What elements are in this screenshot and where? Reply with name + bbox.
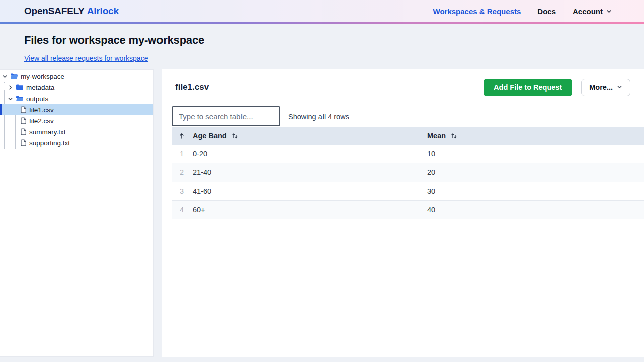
- column-label: Age Band: [193, 132, 227, 140]
- app-logo[interactable]: OpenSAFELYAirlock: [24, 6, 119, 17]
- account-menu[interactable]: Account: [573, 7, 612, 16]
- rows-status: Showing all 4 rows: [288, 113, 349, 121]
- file-detail-panel: file1.csv Add File to Request More... Sh…: [162, 69, 644, 357]
- chevron-right-icon[interactable]: [7, 85, 13, 90]
- sort-asc-icon[interactable]: [179, 132, 185, 139]
- tree-item-file1-csv[interactable]: file1.csv: [0, 104, 153, 115]
- cell-mean: 40: [427, 206, 644, 214]
- top-nav: OpenSAFELYAirlock Workspaces & Requests …: [0, 0, 644, 22]
- tree-item-outputs[interactable]: outputs: [0, 93, 153, 104]
- cell-mean: 20: [427, 168, 644, 176]
- more-button[interactable]: More...: [581, 79, 630, 96]
- chevron-down-icon[interactable]: [2, 74, 8, 79]
- logo-airlock: Airlock: [87, 6, 119, 16]
- table-header-index[interactable]: [172, 132, 192, 139]
- tree-item-label: supporting.txt: [29, 139, 70, 147]
- file-icon: [21, 106, 27, 113]
- file-tree-sidebar: my-workspace metadata outputs file: [0, 69, 154, 357]
- cell-age-band: 41-60: [192, 187, 427, 195]
- sort-toggle-icon[interactable]: [451, 132, 457, 139]
- tree-item-label: outputs: [26, 95, 48, 103]
- cell-index: 1: [172, 150, 192, 158]
- tree-item-label: my-workspace: [21, 73, 64, 80]
- table-row: 3 41-60 30: [172, 182, 644, 201]
- cell-age-band: 0-20: [192, 150, 427, 158]
- table-header-mean[interactable]: Mean: [427, 132, 644, 140]
- cell-index: 2: [172, 168, 192, 176]
- file-icon: [21, 139, 27, 146]
- cell-index: 4: [172, 206, 192, 214]
- table-header-age-band[interactable]: Age Band: [192, 132, 427, 140]
- file-actions: Add File to Request More...: [484, 79, 630, 96]
- account-label: Account: [573, 7, 603, 16]
- nav-workspaces-requests[interactable]: Workspaces & Requests: [433, 7, 521, 16]
- table-toolbar: Showing all 4 rows: [162, 106, 644, 127]
- add-file-to-request-button[interactable]: Add File to Request: [484, 79, 572, 96]
- file-detail-header: file1.csv Add File to Request More...: [162, 69, 644, 106]
- sort-toggle-icon[interactable]: [232, 132, 238, 139]
- table-header-row: Age Band Mean: [172, 127, 644, 145]
- chevron-down-icon[interactable]: [7, 96, 13, 102]
- cell-age-band: 21-40: [192, 168, 427, 176]
- page-header: Files for workspace my-workspace View al…: [0, 24, 644, 69]
- search-input[interactable]: [172, 106, 280, 126]
- table-row: 4 60+ 40: [172, 201, 644, 219]
- tree-item-label: file2.csv: [29, 117, 54, 125]
- file-icon: [21, 128, 27, 135]
- nav-links: Workspaces & Requests Docs Account: [433, 7, 612, 16]
- page-title: Files for workspace my-workspace: [24, 34, 620, 47]
- chevron-down-icon: [617, 83, 622, 92]
- tree-item-label: summary.txt: [29, 128, 66, 136]
- column-label: Mean: [427, 132, 446, 140]
- folder-open-icon: [10, 73, 18, 80]
- view-release-requests-link[interactable]: View all release requests for workspace: [24, 54, 148, 62]
- tree-item-file2-csv[interactable]: file2.csv: [0, 115, 153, 126]
- tree-item-metadata[interactable]: metadata: [0, 82, 153, 93]
- data-table: Age Band Mean 1 0-20 10 2: [172, 127, 644, 219]
- cell-mean: 30: [427, 187, 644, 195]
- nav-docs[interactable]: Docs: [537, 7, 556, 16]
- chevron-down-icon: [606, 7, 612, 16]
- more-button-label: More...: [589, 83, 613, 92]
- cell-mean: 10: [427, 150, 644, 158]
- cell-age-band: 60+: [192, 206, 427, 214]
- file-icon: [21, 117, 27, 124]
- table-row: 2 21-40 20: [172, 163, 644, 182]
- tree-item-my-workspace[interactable]: my-workspace: [0, 71, 153, 82]
- content-area: my-workspace metadata outputs file: [0, 69, 644, 357]
- folder-icon: [16, 84, 24, 91]
- tree-item-summary-txt[interactable]: summary.txt: [0, 126, 153, 137]
- file-title: file1.csv: [175, 82, 209, 93]
- tree-item-label: metadata: [26, 84, 54, 92]
- cell-index: 3: [172, 187, 192, 195]
- tree-item-label: file1.csv: [29, 106, 54, 114]
- tree-item-supporting-txt[interactable]: supporting.txt: [0, 137, 153, 148]
- folder-open-icon: [16, 95, 24, 102]
- logo-opensafely: OpenSAFELY: [24, 6, 85, 16]
- table-row: 1 0-20 10: [172, 145, 644, 163]
